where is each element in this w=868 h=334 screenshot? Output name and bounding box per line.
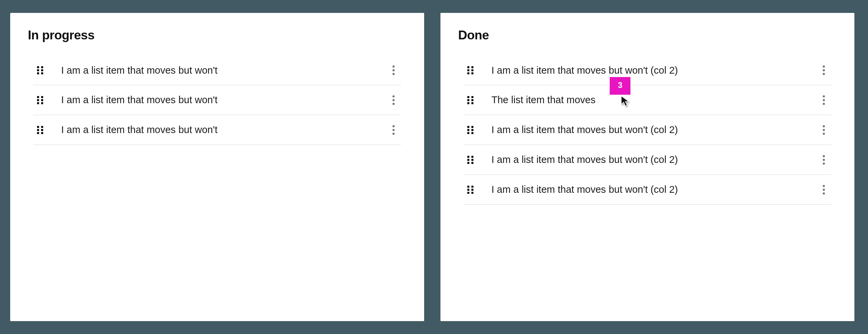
list-item-label: I am a list item that moves but won't (c…: [477, 154, 816, 165]
drag-handle-icon[interactable]: [464, 156, 477, 164]
svg-rect-49: [467, 132, 469, 134]
svg-point-8: [393, 73, 395, 75]
svg-rect-22: [37, 132, 39, 134]
kebab-icon[interactable]: [816, 185, 831, 195]
svg-rect-64: [471, 186, 473, 188]
drag-handle-icon[interactable]: [464, 186, 477, 194]
svg-point-26: [393, 132, 395, 134]
kebab-icon[interactable]: [386, 95, 401, 105]
svg-rect-28: [471, 66, 473, 68]
svg-point-43: [823, 99, 825, 101]
svg-rect-0: [37, 66, 39, 68]
list-item[interactable]: I am a list item that moves but won't (c…: [464, 145, 831, 175]
svg-point-71: [823, 192, 825, 194]
list-item[interactable]: I am a list item that moves but won't: [33, 55, 401, 85]
svg-rect-58: [467, 162, 469, 164]
svg-rect-29: [467, 69, 469, 71]
svg-rect-40: [467, 102, 469, 104]
drag-handle-icon[interactable]: [464, 66, 477, 74]
list-item[interactable]: The list item that moves 3: [464, 85, 831, 115]
svg-point-6: [393, 66, 395, 68]
column-done: Done I am a list item that moves but won…: [440, 13, 854, 321]
drag-handle-icon[interactable]: [33, 66, 47, 74]
svg-rect-39: [471, 99, 473, 101]
kebab-icon[interactable]: [816, 125, 831, 135]
svg-point-33: [823, 66, 825, 68]
svg-rect-45: [467, 126, 469, 128]
list-item[interactable]: I am a list item that moves but won't (c…: [464, 55, 831, 85]
drag-handle-icon[interactable]: [33, 126, 47, 134]
svg-point-62: [823, 162, 825, 164]
svg-rect-56: [467, 159, 469, 161]
list-item[interactable]: I am a list item that moves but won't: [33, 85, 401, 115]
svg-rect-63: [467, 186, 469, 188]
column-title: Done: [458, 28, 837, 42]
svg-rect-57: [471, 159, 473, 161]
svg-rect-32: [471, 72, 473, 74]
annotation-badge: 3: [610, 77, 630, 95]
svg-point-53: [823, 132, 825, 134]
svg-rect-55: [471, 156, 473, 158]
list-item-label: I am a list item that moves but won't: [47, 94, 386, 106]
svg-point-7: [393, 69, 395, 71]
svg-rect-10: [41, 96, 43, 98]
drag-handle-icon[interactable]: [464, 96, 477, 104]
svg-rect-47: [467, 129, 469, 131]
svg-rect-30: [471, 69, 473, 71]
svg-point-70: [823, 188, 825, 190]
svg-rect-21: [41, 129, 43, 131]
kebab-icon[interactable]: [816, 155, 831, 165]
svg-rect-37: [471, 96, 473, 98]
svg-rect-36: [467, 96, 469, 98]
svg-rect-12: [41, 99, 43, 101]
svg-rect-23: [41, 132, 43, 134]
svg-rect-11: [37, 99, 39, 101]
svg-rect-31: [467, 72, 469, 74]
list-item-label: I am a list item that moves but won't (c…: [477, 65, 816, 76]
svg-point-17: [393, 103, 395, 105]
list-in-progress: I am a list item that moves but won't I …: [28, 55, 406, 145]
svg-rect-5: [41, 72, 43, 74]
svg-point-16: [393, 99, 395, 101]
list-done: I am a list item that moves but won't (c…: [458, 55, 837, 205]
svg-rect-66: [471, 189, 473, 191]
svg-rect-1: [41, 66, 43, 68]
svg-rect-59: [471, 162, 473, 164]
drag-handle-icon[interactable]: [33, 96, 47, 104]
svg-rect-67: [467, 192, 469, 194]
svg-rect-13: [37, 102, 39, 104]
kebab-icon[interactable]: [386, 65, 401, 75]
svg-rect-18: [37, 126, 39, 128]
svg-point-35: [823, 73, 825, 75]
svg-point-34: [823, 69, 825, 71]
column-in-progress: In progress I am a list item that moves …: [10, 13, 424, 321]
svg-rect-50: [471, 132, 473, 134]
list-item[interactable]: I am a list item that moves but won't (c…: [464, 115, 831, 145]
svg-point-25: [393, 129, 395, 131]
svg-rect-3: [41, 69, 43, 71]
kebab-icon[interactable]: [386, 125, 401, 135]
kebab-icon[interactable]: [816, 65, 831, 75]
svg-rect-4: [37, 72, 39, 74]
svg-rect-14: [41, 102, 43, 104]
drag-handle-icon[interactable]: [464, 126, 477, 134]
svg-rect-68: [471, 192, 473, 194]
svg-rect-2: [37, 69, 39, 71]
list-item-label: I am a list item that moves but won't: [47, 65, 386, 76]
svg-point-61: [823, 159, 825, 161]
svg-rect-9: [37, 96, 39, 98]
svg-rect-48: [471, 129, 473, 131]
svg-rect-19: [41, 126, 43, 128]
list-item[interactable]: I am a list item that moves but won't: [33, 115, 401, 145]
svg-rect-20: [37, 129, 39, 131]
list-item-label: I am a list item that moves but won't (c…: [477, 184, 816, 195]
list-item[interactable]: I am a list item that moves but won't (c…: [464, 175, 831, 205]
svg-point-44: [823, 103, 825, 105]
svg-point-24: [393, 125, 395, 127]
svg-point-51: [823, 125, 825, 127]
svg-point-52: [823, 129, 825, 131]
svg-point-15: [393, 95, 395, 97]
svg-point-60: [823, 155, 825, 157]
column-title: In progress: [28, 28, 406, 42]
kebab-icon[interactable]: [816, 95, 831, 105]
